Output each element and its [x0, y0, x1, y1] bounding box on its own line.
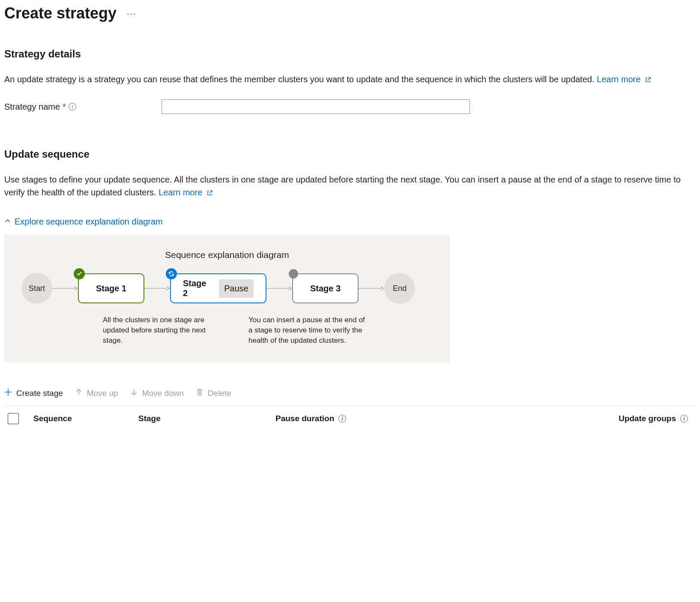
- required-indicator: *: [63, 102, 66, 112]
- diagram-stage-2: Stage 2 Pause: [170, 273, 266, 303]
- arrow-icon: [52, 286, 78, 291]
- arrow-icon: [266, 286, 292, 291]
- stage-3-box: Stage 3: [292, 273, 359, 303]
- diagram-caption-1: All the clusters in one stage are update…: [103, 315, 223, 345]
- select-all-checkbox[interactable]: [8, 413, 19, 424]
- diagram-captions: All the clusters in one stage are update…: [21, 315, 433, 345]
- trash-icon: [196, 388, 203, 398]
- strategy-name-input[interactable]: [162, 99, 470, 114]
- dot-icon: [289, 269, 298, 279]
- external-link-icon: [206, 187, 213, 200]
- arrow-icon: [359, 286, 384, 291]
- move-up-button: Move up: [75, 388, 118, 398]
- page-title-text: Create strategy: [4, 4, 117, 22]
- plus-icon: [4, 388, 12, 398]
- pause-chip: Pause: [219, 279, 254, 298]
- diagram-start-node: Start: [21, 273, 52, 304]
- page-title: Create strategy ···: [4, 4, 696, 22]
- create-stage-button[interactable]: Create stage: [4, 388, 63, 398]
- info-icon[interactable]: i: [338, 415, 346, 422]
- update-sequence-learn-more-link[interactable]: Learn more: [159, 188, 213, 197]
- explore-diagram-toggle[interactable]: Explore sequence explanation diagram: [4, 217, 163, 227]
- stage-toolbar: Create stage Move up Move down Delete: [4, 388, 696, 398]
- stages-table-header: Sequence Stage Pause duration i Update g…: [4, 406, 696, 431]
- diagram-caption-2: You can insert a pause at the end of a s…: [248, 315, 368, 345]
- strategy-details-heading: Strategy details: [4, 48, 696, 60]
- check-icon: [74, 268, 85, 279]
- chevron-up-icon: [4, 217, 11, 227]
- external-link-icon: [645, 74, 651, 87]
- info-icon[interactable]: i: [69, 103, 76, 111]
- strategy-details-learn-more-link[interactable]: Learn more: [597, 75, 651, 84]
- diagram-end-node: End: [384, 273, 415, 304]
- update-sequence-description: Use stages to define your update sequenc…: [4, 173, 696, 200]
- strategy-name-row: Strategy name * i: [4, 99, 696, 114]
- arrow-up-icon: [75, 388, 83, 398]
- select-all-cell: [8, 413, 33, 424]
- more-actions-button[interactable]: ···: [127, 9, 137, 18]
- diagram-flow: Start Stage 1 Stage 2 Pause: [21, 273, 433, 304]
- column-sequence[interactable]: Sequence: [33, 414, 138, 423]
- strategy-details-description: An update strategy is a strategy you can…: [4, 73, 696, 87]
- update-sequence-heading: Update sequence: [4, 148, 696, 160]
- diagram-stage-1: Stage 1: [78, 273, 144, 303]
- stage-1-box: Stage 1: [78, 273, 144, 303]
- arrow-icon: [144, 286, 170, 291]
- column-update-groups[interactable]: Update groups i: [413, 414, 692, 423]
- stage-2-box: Stage 2 Pause: [170, 273, 266, 303]
- info-icon[interactable]: i: [680, 415, 688, 422]
- delete-button: Delete: [196, 388, 231, 398]
- sequence-diagram: Sequence explanation diagram Start Stage…: [4, 234, 450, 362]
- update-sequence-description-text: Use stages to define your update sequenc…: [4, 175, 681, 197]
- diagram-title: Sequence explanation diagram: [21, 250, 433, 260]
- sync-icon: [166, 268, 177, 279]
- strategy-details-description-text: An update strategy is a strategy you can…: [4, 75, 594, 84]
- diagram-stage-3: Stage 3: [292, 273, 359, 303]
- column-pause-duration[interactable]: Pause duration i: [275, 414, 413, 423]
- strategy-name-label: Strategy name * i: [4, 102, 156, 112]
- column-stage[interactable]: Stage: [138, 414, 275, 423]
- arrow-down-icon: [130, 388, 138, 398]
- move-down-button: Move down: [130, 388, 184, 398]
